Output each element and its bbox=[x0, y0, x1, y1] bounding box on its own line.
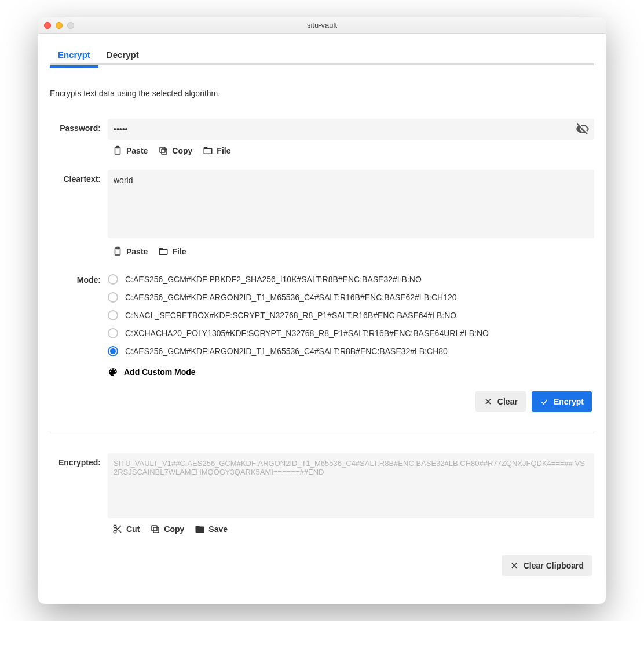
encrypted-output[interactable]: SITU_VAULT_V1##C:AES256_GCM#KDF:ARGON2ID… bbox=[108, 453, 594, 518]
button-label: Paste bbox=[126, 247, 148, 256]
svg-line-12 bbox=[116, 527, 118, 529]
radio-indicator bbox=[108, 310, 118, 320]
tab-encrypt[interactable]: Encrypt bbox=[50, 44, 98, 65]
eye-off-icon bbox=[576, 122, 590, 136]
svg-rect-3 bbox=[160, 147, 165, 152]
password-file-button[interactable]: File bbox=[203, 145, 230, 156]
button-label: Copy bbox=[172, 146, 192, 155]
svg-line-11 bbox=[119, 530, 121, 533]
mode-radio-option[interactable]: C:AES256_GCM#KDF:ARGON2ID_T1_M65536_C4#S… bbox=[108, 346, 594, 356]
password-label: Password: bbox=[50, 119, 108, 133]
button-label: File bbox=[217, 146, 230, 155]
button-label: Clear Clipboard bbox=[524, 561, 584, 570]
password-copy-button[interactable]: Copy bbox=[158, 145, 192, 156]
radio-label: C:AES256_GCM#KDF:PBKDF2_SHA256_I10K#SALT… bbox=[125, 275, 422, 284]
svg-rect-13 bbox=[153, 527, 159, 533]
x-icon bbox=[484, 397, 493, 406]
button-label: Copy bbox=[164, 524, 184, 534]
radio-indicator bbox=[108, 328, 118, 338]
clear-button[interactable]: Clear bbox=[475, 391, 526, 412]
encrypted-copy-button[interactable]: Copy bbox=[150, 524, 184, 534]
button-label: Encrypt bbox=[554, 397, 584, 406]
folder-icon bbox=[195, 524, 205, 534]
radio-label: C:AES256_GCM#KDF:ARGON2ID_T1_M65536_C4#S… bbox=[125, 347, 448, 356]
button-label: Cut bbox=[126, 524, 140, 534]
app-window: situ-vault Encrypt Decrypt Encrypts text… bbox=[38, 17, 606, 604]
svg-point-9 bbox=[114, 530, 116, 533]
clear-clipboard-button[interactable]: Clear Clipboard bbox=[502, 555, 592, 576]
palette-icon bbox=[108, 367, 118, 377]
radio-label: C:AES256_GCM#KDF:ARGON2ID_T1_M65536_C4#S… bbox=[125, 293, 456, 302]
mode-label: Mode: bbox=[50, 271, 108, 285]
x-icon bbox=[510, 561, 519, 570]
folder-open-icon bbox=[203, 145, 213, 156]
mode-radio-group: C:AES256_GCM#KDF:PBKDF2_SHA256_I10K#SALT… bbox=[108, 271, 594, 356]
clipboard-icon bbox=[112, 246, 123, 257]
encrypt-button[interactable]: Encrypt bbox=[532, 391, 592, 412]
panel-description: Encrypts text data using the selected al… bbox=[50, 89, 594, 98]
copy-icon bbox=[150, 524, 160, 534]
window-title: situ-vault bbox=[38, 21, 606, 30]
password-paste-button[interactable]: Paste bbox=[112, 145, 148, 156]
check-icon bbox=[540, 397, 549, 406]
radio-indicator bbox=[108, 346, 118, 356]
cleartext-input[interactable]: world bbox=[108, 170, 594, 238]
clipboard-icon bbox=[112, 145, 123, 156]
mode-radio-option[interactable]: C:AES256_GCM#KDF:PBKDF2_SHA256_I10K#SALT… bbox=[108, 274, 594, 285]
button-label: Save bbox=[208, 524, 228, 534]
radio-label: C:XCHACHA20_POLY1305#KDF:SCRYPT_N32768_R… bbox=[125, 329, 489, 338]
cleartext-file-button[interactable]: File bbox=[158, 246, 186, 257]
radio-indicator bbox=[108, 274, 118, 285]
tab-decrypt[interactable]: Decrypt bbox=[98, 44, 147, 65]
encrypted-save-button[interactable]: Save bbox=[195, 524, 228, 534]
radio-indicator bbox=[108, 292, 118, 303]
button-label: Paste bbox=[126, 146, 148, 155]
toggle-password-visibility-button[interactable] bbox=[576, 122, 590, 136]
svg-point-8 bbox=[114, 525, 116, 528]
button-label: Add Custom Mode bbox=[124, 367, 196, 377]
folder-open-icon bbox=[158, 246, 169, 257]
copy-icon bbox=[158, 145, 169, 156]
button-label: Clear bbox=[497, 397, 518, 406]
cleartext-label: Cleartext: bbox=[50, 170, 108, 184]
mode-radio-option[interactable]: C:XCHACHA20_POLY1305#KDF:SCRYPT_N32768_R… bbox=[108, 328, 594, 338]
password-input[interactable] bbox=[108, 119, 594, 140]
titlebar: situ-vault bbox=[38, 17, 606, 34]
encrypted-cut-button[interactable]: Cut bbox=[112, 524, 140, 534]
tab-bar: Encrypt Decrypt bbox=[38, 34, 606, 65]
button-label: File bbox=[172, 247, 186, 256]
encrypted-label: Encrypted: bbox=[50, 453, 108, 467]
add-custom-mode-button[interactable]: Add Custom Mode bbox=[108, 367, 594, 377]
radio-label: C:NACL_SECRETBOX#KDF:SCRYPT_N32768_R8_P1… bbox=[125, 311, 456, 320]
svg-rect-14 bbox=[152, 526, 157, 531]
mode-radio-option[interactable]: C:AES256_GCM#KDF:ARGON2ID_T1_M65536_C4#S… bbox=[108, 292, 594, 303]
svg-rect-2 bbox=[162, 149, 167, 154]
scissors-icon bbox=[112, 524, 123, 534]
divider bbox=[50, 433, 594, 434]
mode-radio-option[interactable]: C:NACL_SECRETBOX#KDF:SCRYPT_N32768_R8_P1… bbox=[108, 310, 594, 320]
cleartext-paste-button[interactable]: Paste bbox=[112, 246, 148, 257]
